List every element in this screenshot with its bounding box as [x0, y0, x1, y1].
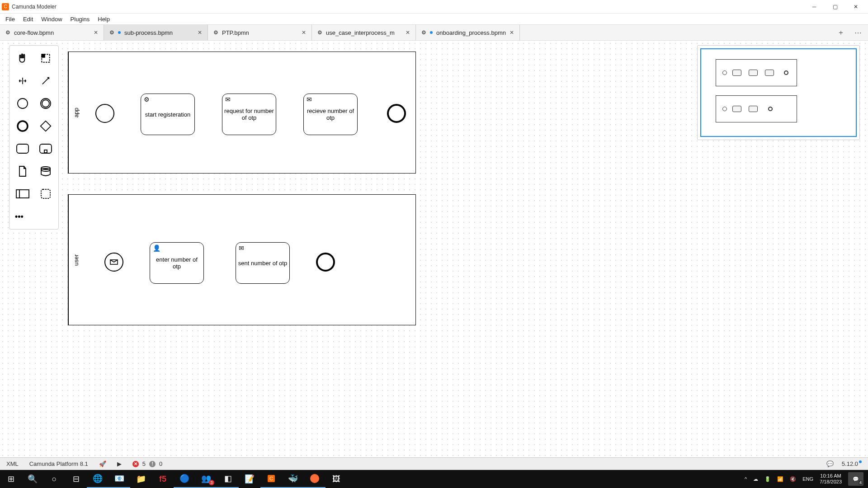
close-tab-icon[interactable]: ✕ — [198, 29, 202, 36]
tab-usecase[interactable]: ⚙ use_case_interprocess_m ✕ — [312, 25, 416, 40]
notif-count: 4 — [859, 480, 863, 485]
menu-help[interactable]: Help — [98, 16, 110, 23]
tab-core-flow[interactable]: ⚙ core-flow.bpmn ✕ — [0, 25, 104, 40]
edge-app[interactable]: 🌐 — [87, 470, 108, 488]
warning-count: 0 — [159, 460, 162, 467]
volume-icon[interactable]: 🔇 — [790, 476, 796, 482]
f5-app[interactable]: f5 — [152, 470, 174, 488]
send-task-icon: ✉ — [239, 244, 244, 252]
feedback-icon[interactable]: 💬 — [826, 460, 834, 467]
tab-sub-process[interactable]: ⚙ sub-process.bpmn ✕ — [104, 25, 208, 40]
modified-dot-icon — [118, 31, 121, 34]
svg-rect-10 — [16, 190, 29, 198]
palette-more-button[interactable]: ••• — [12, 207, 56, 225]
close-tab-icon[interactable]: ✕ — [94, 29, 98, 36]
intellij-app[interactable]: ◧ — [217, 470, 239, 488]
create-start-event[interactable] — [12, 94, 33, 113]
create-data-object[interactable] — [12, 162, 33, 180]
clock-time: 10:16 AM — [820, 473, 842, 479]
gear-icon: ⚙ — [213, 29, 218, 36]
create-pool[interactable] — [12, 185, 33, 203]
menu-edit[interactable]: Edit — [23, 16, 33, 23]
user-task-icon: 👤 — [153, 244, 160, 252]
space-tool[interactable] — [12, 72, 33, 90]
onedrive-icon[interactable]: ☁ — [753, 476, 758, 482]
gear-icon: ⚙ — [421, 29, 426, 36]
postman-app[interactable] — [304, 470, 326, 488]
end-event-user[interactable] — [316, 253, 335, 272]
wifi-icon[interactable]: 📶 — [777, 476, 783, 482]
pool-user-label: user — [68, 195, 84, 325]
version-label: 5.12.0 — [842, 460, 862, 467]
camunda-app[interactable]: C — [260, 470, 282, 488]
cortana-button[interactable]: ○ — [43, 470, 65, 488]
app-icon: C — [2, 3, 9, 10]
tab-onboarding[interactable]: ⚙ onboarding_process.bpmn ✕ — [416, 25, 520, 40]
canvas-area[interactable]: ••• app ⚙ start registeration ✉ request … — [0, 41, 868, 457]
create-intermediate-event[interactable] — [35, 94, 56, 113]
xml-toggle[interactable]: XML — [6, 460, 19, 467]
battery-icon[interactable]: 🔋 — [764, 476, 771, 482]
menu-file[interactable]: File — [5, 16, 15, 23]
minimap-pool — [716, 59, 797, 86]
close-tab-icon[interactable]: ✕ — [302, 29, 306, 36]
task-request-otp[interactable]: ✉ request for number of otp — [222, 94, 276, 135]
gear-icon: ⚙ — [5, 29, 10, 36]
pool-user[interactable]: user 👤 enter number of otp ✉ sent number… — [68, 194, 416, 325]
create-gateway[interactable] — [35, 117, 56, 135]
deploy-icon[interactable]: 🚀 — [99, 460, 106, 467]
create-data-store[interactable] — [35, 162, 56, 180]
tab-ptp[interactable]: ⚙ PTP.bpmn ✕ — [208, 25, 312, 40]
create-subprocess[interactable] — [35, 140, 56, 158]
svg-point-3 — [18, 121, 28, 131]
menu-window[interactable]: Window — [41, 16, 62, 23]
close-tab-icon[interactable]: ✕ — [509, 29, 514, 36]
message-start-event[interactable] — [104, 253, 123, 272]
global-connect-tool[interactable] — [35, 72, 56, 90]
task-start-registration[interactable]: ⚙ start registeration — [141, 94, 195, 135]
close-window-button[interactable]: ✕ — [845, 0, 866, 14]
task-receive-otp[interactable]: ✉ recieve number of otp — [303, 94, 358, 135]
minimap[interactable] — [697, 45, 860, 140]
app-title: Camunda Modeler — [12, 4, 804, 10]
menu-plugins[interactable]: Plugins — [71, 16, 90, 23]
svg-rect-4 — [40, 121, 51, 131]
task-label: sent number of otp — [238, 260, 287, 267]
notepad-app[interactable]: 📝 — [239, 470, 260, 488]
task-sent-otp[interactable]: ✉ sent number of otp — [236, 242, 290, 284]
ime-label[interactable]: ENG — [802, 476, 813, 482]
chrome-app[interactable]: 🔵 — [174, 470, 195, 488]
gear-icon: ⚙ — [317, 29, 322, 36]
create-task[interactable] — [12, 140, 33, 158]
start-menu-button[interactable]: ⊞ — [0, 470, 22, 488]
task-view-button[interactable]: ⊟ — [65, 470, 87, 488]
action-center-button[interactable]: 💬4 — [848, 472, 863, 486]
end-event-app[interactable] — [387, 104, 406, 123]
close-tab-icon[interactable]: ✕ — [406, 29, 410, 36]
clock[interactable]: 10:16 AM 7/18/2023 — [820, 473, 842, 485]
windows-taskbar: ⊞ 🔍 ○ ⊟ 🌐 📧 📁 f5 🔵 👥3 ◧ 📝 C 🐳 🖼 ^ ☁ 🔋 📶 … — [0, 470, 868, 488]
task-label: recieve number of otp — [306, 108, 355, 121]
tab-menu-button[interactable]: ⋯ — [854, 28, 862, 37]
new-tab-button[interactable]: ＋ — [837, 28, 844, 38]
play-icon[interactable]: ▶ — [117, 460, 122, 467]
docker-app[interactable]: 🐳 — [282, 470, 304, 488]
search-button[interactable]: 🔍 — [22, 470, 43, 488]
problems-indicator[interactable]: ✕ 5 ! 0 — [132, 460, 162, 467]
menu-bar: File Edit Window Plugins Help — [0, 14, 868, 24]
lasso-tool[interactable] — [35, 49, 56, 67]
task-enter-otp[interactable]: 👤 enter number of otp — [150, 242, 204, 284]
platform-label[interactable]: Camunda Platform 8.1 — [29, 460, 88, 467]
create-end-event[interactable] — [12, 117, 33, 135]
photos-app[interactable]: 🖼 — [326, 470, 347, 488]
explorer-app[interactable]: 📁 — [130, 470, 152, 488]
maximize-button[interactable]: ▢ — [825, 0, 845, 14]
hand-tool[interactable] — [12, 49, 33, 67]
teams-app[interactable]: 👥3 — [195, 470, 217, 488]
gear-icon: ⚙ — [109, 29, 114, 36]
error-count: 5 — [142, 460, 146, 467]
minimize-button[interactable]: ─ — [804, 0, 825, 14]
outlook-app[interactable]: 📧 — [108, 470, 130, 488]
tray-expand-icon[interactable]: ^ — [745, 476, 747, 482]
create-group[interactable] — [35, 185, 56, 203]
